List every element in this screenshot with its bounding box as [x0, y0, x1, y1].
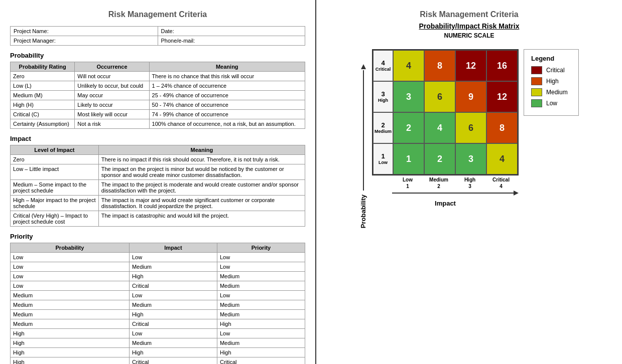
table-row: Low	[129, 291, 217, 300]
table-row: 74 - 99% chance of occurrence	[149, 110, 305, 119]
matrix-grid: 4Critical4812163High369122Medium24681Low…	[372, 49, 519, 175]
table-row: 1 – 24% chance of occurrence	[149, 81, 305, 91]
table-row: Critical	[129, 319, 217, 329]
table-row: Likely to occur	[75, 100, 149, 110]
row-label: 4Critical	[373, 50, 393, 81]
table-row: High	[11, 338, 130, 348]
legend-label: Low	[546, 100, 557, 107]
matrix-cell: 9	[455, 81, 486, 112]
col-label: Low1	[392, 176, 423, 190]
table-row: High	[129, 310, 217, 319]
table-row: Critical (Very High) – Impact to project…	[11, 211, 99, 227]
table-row: Critical (C)	[11, 110, 75, 119]
project-manager-label: Project Manager:	[11, 36, 158, 46]
matrix-cell: 6	[455, 112, 486, 143]
table-row: High	[129, 348, 217, 357]
y-axis-label: Probability	[359, 195, 367, 228]
matrix-cell: 4	[393, 50, 424, 81]
matrix-cell: 3	[393, 81, 424, 112]
x-axis-line	[392, 193, 514, 194]
table-row: Medium	[217, 310, 305, 319]
legend-label: Medium	[546, 89, 568, 96]
table-row: Not a risk	[75, 119, 149, 129]
priority-table: Probability Impact Priority LowLowLowLow…	[10, 243, 305, 364]
table-row: There is no impact if this risk should o…	[98, 155, 305, 164]
matrix-cell: 3	[455, 143, 486, 174]
project-info-table: Project Name: Date: Project Manager: Pho…	[10, 26, 305, 46]
matrix-cell: 8	[486, 112, 518, 143]
col-label: Critical4	[485, 176, 517, 190]
table-row: The impact is major and would create sig…	[98, 196, 305, 211]
col-label: High3	[454, 176, 485, 190]
priority-col-priority: Priority	[217, 243, 305, 253]
matrix-cell: 6	[424, 81, 455, 112]
table-row: Low	[217, 262, 305, 272]
matrix-subtitle: NUMERIC SCALE	[326, 32, 612, 39]
table-row: 25 - 49% chance of occurrence	[149, 91, 305, 100]
priority-col-impact: Impact	[129, 243, 217, 253]
table-row: Critical	[129, 357, 217, 365]
table-row: Medium – Some impact to the project sche…	[11, 180, 99, 196]
table-row: Low – Little impact	[11, 164, 99, 180]
impact-col-meaning: Meaning	[98, 145, 305, 155]
table-row: Low	[217, 291, 305, 300]
legend-item: Critical	[531, 66, 571, 74]
table-row: Most likely will occur	[75, 110, 149, 119]
matrix-area: Probability 4Critical4812163High369122Me…	[326, 49, 612, 228]
legend-label: Critical	[546, 67, 565, 74]
table-row: 100% chance of occurrence, not a risk, b…	[149, 119, 305, 129]
prob-col-meaning: Meaning	[149, 62, 305, 72]
row-label: 1Low	[373, 143, 393, 174]
probability-heading: Probability	[10, 52, 305, 59]
matrix-cell: 12	[455, 50, 486, 81]
project-name-label: Project Name:	[11, 27, 158, 36]
row-label: 3High	[373, 81, 393, 112]
table-row: Certainty (Assumption)	[11, 119, 75, 129]
table-row: The impact on the project is minor but w…	[98, 164, 305, 180]
matrix-cell: 2	[393, 112, 424, 143]
col-labels-row: Low1Medium2High3Critical4	[372, 176, 519, 190]
matrix-cell: 12	[486, 81, 518, 112]
table-row: Low (L)	[11, 81, 75, 91]
matrix-title: Probability/Impact Risk Matrix	[419, 22, 520, 30]
table-row: Medium	[11, 319, 130, 329]
left-title: Risk Management Criteria	[10, 10, 305, 19]
table-row: Low	[129, 253, 217, 262]
matrix-cell: 4	[486, 143, 518, 174]
grid-wrapper: 4Critical4812163High369122Medium24681Low…	[372, 49, 519, 207]
y-axis-arrow-up	[361, 64, 366, 69]
table-row: Low	[129, 329, 217, 338]
legend-item: Low	[531, 99, 571, 107]
right-title: Risk Management Criteria	[326, 10, 612, 19]
table-row: Medium	[217, 300, 305, 310]
legend-item: Medium	[531, 88, 571, 96]
table-row: Low	[11, 253, 130, 262]
priority-heading: Priority	[10, 233, 305, 240]
col-label: Medium2	[423, 176, 454, 190]
table-row: Critical	[217, 357, 305, 365]
row-label: 2Medium	[373, 112, 393, 143]
prob-col-rating: Probability Rating	[11, 62, 75, 72]
table-row: Zero	[11, 155, 99, 164]
impact-table: Level of Impact Meaning ZeroThere is no …	[10, 145, 305, 227]
table-row: The impact is catastrophic and would kil…	[98, 211, 305, 227]
table-row: Medium	[11, 291, 130, 300]
impact-col-level: Level of Impact	[11, 145, 99, 155]
table-row: Medium	[129, 338, 217, 348]
table-row: Low	[11, 281, 130, 291]
table-row: Medium	[129, 262, 217, 272]
prob-col-occurrence: Occurrence	[75, 62, 149, 72]
x-axis-label: Impact	[372, 200, 519, 207]
impact-heading: Impact	[10, 135, 305, 142]
legend-box: Legend CriticalHighMediumLow	[524, 49, 579, 116]
legend-swatch	[531, 88, 542, 96]
table-row: May occur	[75, 91, 149, 100]
left-panel: Risk Management Criteria Project Name: D…	[0, 0, 316, 364]
table-row: High	[217, 348, 305, 357]
legend-title: Legend	[531, 55, 571, 62]
right-panel: Risk Management Criteria Probability/Imp…	[316, 0, 622, 364]
table-row: Medium	[11, 310, 130, 319]
legend-swatch	[531, 77, 542, 85]
legend-swatch	[531, 99, 542, 107]
table-row: Low	[217, 329, 305, 338]
